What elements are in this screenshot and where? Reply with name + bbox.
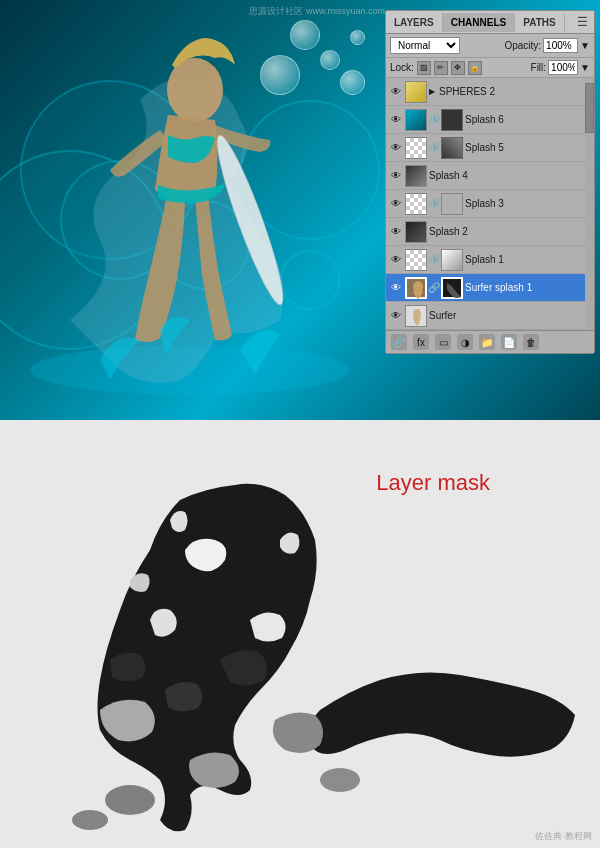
mask-image <box>0 420 600 848</box>
fill-label: Fill: <box>531 62 547 73</box>
layer-surfer-splash1[interactable]: 👁 🔗 Surfer splash 1 <box>386 274 594 302</box>
link-layers-icon[interactable]: 🔗 <box>391 334 407 350</box>
mask-thumbnail <box>441 109 463 131</box>
layer-thumbnail <box>405 277 427 299</box>
new-group-icon[interactable]: 📁 <box>479 334 495 350</box>
layer-splash3[interactable]: 👁 🔗 Splash 3 <box>386 190 594 218</box>
layer-thumbnail <box>405 221 427 243</box>
lock-row: Lock: ▨ ✏ ✥ 🔒 Fill: ▼ <box>386 58 594 78</box>
lock-paint-icon[interactable]: ✏ <box>434 61 448 75</box>
scrollbar-thumb[interactable] <box>585 83 594 133</box>
new-layer-icon[interactable]: 📄 <box>501 334 517 350</box>
visibility-icon[interactable]: 👁 <box>389 281 403 295</box>
lock-icons: ▨ ✏ ✥ 🔒 <box>417 61 482 75</box>
svg-point-7 <box>72 810 108 830</box>
visibility-icon[interactable]: 👁 <box>389 197 403 211</box>
panel-tabs: LAYERS CHANNELS PATHS ☰ <box>386 11 594 34</box>
visibility-icon[interactable]: 👁 <box>389 85 403 99</box>
tab-channels[interactable]: CHANNELS <box>443 13 516 32</box>
link-icon: 🔗 <box>429 277 439 299</box>
blend-mode-select[interactable]: Normal Multiply Screen <box>390 37 460 54</box>
layer-thumbnail <box>405 249 427 271</box>
mask-thumbnail <box>441 137 463 159</box>
fill-control: Fill: ▼ <box>531 60 590 75</box>
opacity-control: Opacity: 100% ▼ <box>504 38 590 53</box>
lock-move-icon[interactable]: ✥ <box>451 61 465 75</box>
layer-surfer[interactable]: 👁 Surfer <box>386 302 594 330</box>
layer-splash5[interactable]: 👁 🔗 Splash 5 <box>386 134 594 162</box>
visibility-icon[interactable]: 👁 <box>389 309 403 323</box>
tab-paths[interactable]: PATHS <box>515 13 564 32</box>
layer-thumbnail <box>405 109 427 131</box>
layer-name: Splash 4 <box>429 170 591 181</box>
layer-name: SPHERES 2 <box>439 86 591 97</box>
layer-name: Splash 1 <box>465 254 591 265</box>
layer-thumbnail <box>405 165 427 187</box>
surfer-image <box>20 20 360 400</box>
panel-footer: 🔗 fx ▭ ◑ 📁 📄 🗑 <box>386 330 594 353</box>
layers-panel: LAYERS CHANNELS PATHS ☰ Normal Multiply … <box>385 10 595 354</box>
layer-name: Splash 2 <box>429 226 591 237</box>
fill-input[interactable] <box>548 60 578 75</box>
svg-rect-5 <box>0 420 600 848</box>
canvas-area: 思源设计社区 www.missyuan.com LAYERS CHANNELS … <box>0 0 600 420</box>
layer-spheres2[interactable]: 👁 ▶ SPHERES 2 <box>386 78 594 106</box>
delete-layer-icon[interactable]: 🗑 <box>523 334 539 350</box>
visibility-icon[interactable]: 👁 <box>389 253 403 267</box>
mask-preview-area: Layer mask 佐佐典·教程网 <box>0 420 600 848</box>
layer-thumbnail <box>405 81 427 103</box>
layer-name: Surfer <box>429 310 591 321</box>
layer-splash2[interactable]: 👁 Splash 2 <box>386 218 594 246</box>
layers-list: 👁 ▶ SPHERES 2 👁 🔗 Splash 6 👁 <box>386 78 594 330</box>
watermark-bottom: 佐佐典·教程网 <box>535 830 592 843</box>
opacity-input[interactable]: 100% <box>543 38 578 53</box>
watermark-top: 思源设计社区 www.missyuan.com <box>249 5 385 18</box>
opacity-label: Opacity: <box>504 40 541 51</box>
layer-thumbnail <box>405 137 427 159</box>
link-icon: 🔗 <box>429 137 439 159</box>
opacity-arrow[interactable]: ▼ <box>580 40 590 51</box>
blend-mode-row: Normal Multiply Screen Opacity: 100% ▼ <box>386 34 594 58</box>
svg-point-6 <box>105 785 155 815</box>
visibility-icon[interactable]: 👁 <box>389 225 403 239</box>
layer-name: Splash 3 <box>465 198 591 209</box>
layer-thumbnail <box>405 305 427 327</box>
panel-menu-icon[interactable]: ☰ <box>571 11 594 33</box>
svg-point-4 <box>413 309 421 319</box>
visibility-icon[interactable]: 👁 <box>389 141 403 155</box>
lock-transparency-icon[interactable]: ▨ <box>417 61 431 75</box>
mask-thumbnail <box>441 249 463 271</box>
layer-name: Splash 6 <box>465 114 591 125</box>
tab-layers[interactable]: LAYERS <box>386 13 443 32</box>
scrollbar-track[interactable] <box>585 78 594 330</box>
adjustment-layer-icon[interactable]: ◑ <box>457 334 473 350</box>
visibility-icon[interactable]: 👁 <box>389 169 403 183</box>
link-icon: 🔗 <box>429 249 439 271</box>
mask-thumbnail <box>441 193 463 215</box>
layer-name: Surfer splash 1 <box>465 282 591 293</box>
layer-splash6[interactable]: 👁 🔗 Splash 6 <box>386 106 594 134</box>
link-icon: 🔗 <box>429 193 439 215</box>
mask-thumbnail <box>441 277 463 299</box>
layer-name: Splash 5 <box>465 142 591 153</box>
layer-thumbnail <box>405 193 427 215</box>
svg-point-8 <box>320 768 360 792</box>
layer-splash4[interactable]: 👁 Splash 4 <box>386 162 594 190</box>
visibility-icon[interactable]: 👁 <box>389 113 403 127</box>
fill-arrow[interactable]: ▼ <box>580 62 590 73</box>
lock-label: Lock: <box>390 62 414 73</box>
layer-splash1[interactable]: 👁 🔗 Splash 1 <box>386 246 594 274</box>
layer-mask-label: Layer mask <box>376 470 490 496</box>
lock-all-icon[interactable]: 🔒 <box>468 61 482 75</box>
layer-effects-icon[interactable]: fx <box>413 334 429 350</box>
link-icon: 🔗 <box>429 109 439 131</box>
add-mask-icon[interactable]: ▭ <box>435 334 451 350</box>
